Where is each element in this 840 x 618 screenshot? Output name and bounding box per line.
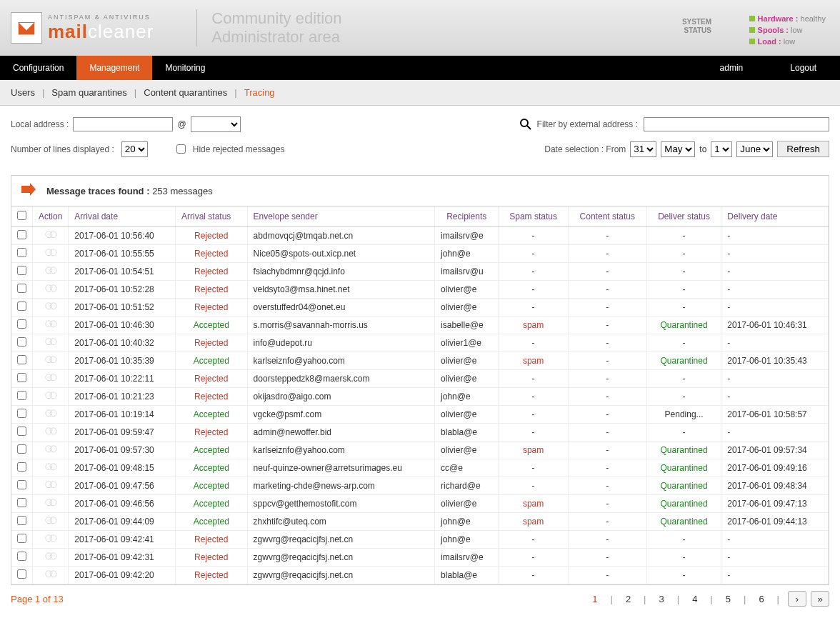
arrival-date: 2017-06-01 10:19:14 <box>69 406 176 424</box>
external-address-input[interactable] <box>644 117 829 131</box>
action-icon[interactable] <box>44 301 57 312</box>
action-icon[interactable] <box>44 355 57 365</box>
delivery-date: - <box>721 334 829 352</box>
page-number[interactable]: 3 <box>655 594 669 604</box>
page-number[interactable]: 1 <box>588 594 601 604</box>
row-checkbox[interactable] <box>17 498 26 507</box>
row-checkbox[interactable] <box>17 248 26 257</box>
action-icon[interactable] <box>44 373 57 383</box>
action-icon[interactable] <box>44 391 57 401</box>
nav-item-management[interactable]: Management <box>76 56 152 80</box>
col-header[interactable]: Recipients <box>435 206 499 227</box>
row-checkbox[interactable] <box>17 284 26 293</box>
row-checkbox[interactable] <box>17 427 26 436</box>
deliver-status: - <box>646 245 721 263</box>
hide-rejected-checkbox[interactable] <box>176 144 186 154</box>
content-status: - <box>568 442 646 459</box>
spam-status: - <box>499 334 569 352</box>
svg-point-15 <box>50 339 56 345</box>
page-number[interactable]: 6 <box>754 594 768 604</box>
action-icon[interactable] <box>44 552 57 562</box>
action-icon[interactable] <box>44 534 57 544</box>
deliver-status: - <box>646 531 721 549</box>
col-header[interactable]: Arrival status <box>176 206 248 227</box>
from-month-select[interactable]: May <box>661 141 695 157</box>
col-header[interactable]: Envelope sender <box>247 206 435 227</box>
page-number[interactable]: 2 <box>621 594 635 604</box>
row-checkbox[interactable] <box>17 391 26 400</box>
svg-point-17 <box>50 357 56 363</box>
action-icon[interactable] <box>44 266 57 276</box>
table-row: 2017-06-01 09:57:30Acceptedkarlseiznfo@y… <box>11 442 829 459</box>
envelope-sender: sppcv@getthemostofit.com <box>247 495 435 513</box>
table-row: 2017-06-01 09:47:56Acceptedmarketing-chd… <box>11 477 829 495</box>
to-day-select[interactable]: 1 <box>711 141 732 157</box>
nav-logout[interactable]: Logout <box>777 56 829 80</box>
page-number[interactable]: 5 <box>721 594 735 604</box>
row-checkbox[interactable] <box>17 462 26 472</box>
page-number[interactable]: 4 <box>688 594 701 604</box>
nav-user[interactable]: admin <box>707 56 756 80</box>
row-checkbox[interactable] <box>17 569 26 579</box>
action-icon[interactable] <box>44 498 57 508</box>
arrival-status: Rejected <box>176 370 248 388</box>
envelope-sender: s.morris@savannah-morris.us <box>247 317 435 334</box>
row-checkbox[interactable] <box>17 301 26 311</box>
nav-item-configuration[interactable]: Configuration <box>0 56 76 80</box>
page-last[interactable]: » <box>811 591 829 607</box>
col-header[interactable]: Deliver status <box>646 206 721 227</box>
row-checkbox[interactable] <box>17 480 26 489</box>
action-icon[interactable] <box>44 230 57 240</box>
to-month-select[interactable]: June <box>736 141 773 157</box>
arrival-date: 2017-06-01 09:42:20 <box>69 567 176 584</box>
subnav-item-content-quarantines[interactable]: Content quarantines <box>144 87 227 98</box>
col-header[interactable]: Delivery date <box>721 206 829 227</box>
refresh-button[interactable]: Refresh <box>777 141 829 157</box>
local-address-input[interactable] <box>73 117 173 131</box>
status-item: Spools : low <box>749 24 826 36</box>
spam-status: - <box>499 227 569 245</box>
select-all-checkbox[interactable] <box>17 211 26 220</box>
subnav-item-spam-quarantines[interactable]: Spam quarantines <box>51 87 127 98</box>
col-header[interactable]: Spam status <box>499 206 569 227</box>
action-icon[interactable] <box>44 516 57 526</box>
arrival-status: Rejected <box>176 299 248 317</box>
spam-status: - <box>499 299 569 317</box>
action-icon[interactable] <box>44 248 57 258</box>
row-checkbox[interactable] <box>17 230 26 239</box>
row-checkbox[interactable] <box>17 373 26 382</box>
col-header[interactable]: Action <box>33 206 69 227</box>
row-checkbox[interactable] <box>17 552 26 561</box>
row-checkbox[interactable] <box>17 266 26 275</box>
action-icon[interactable] <box>44 319 57 329</box>
lines-select[interactable]: 20 <box>121 141 148 157</box>
envelope-sender: veldsyto3@msa.hinet.net <box>247 281 435 299</box>
page-next[interactable]: › <box>788 591 806 607</box>
action-icon[interactable] <box>44 337 57 347</box>
subnav-item-tracing[interactable]: Tracing <box>244 87 275 98</box>
table-row: 2017-06-01 10:54:51Rejectedfsiachybdmnr@… <box>11 263 829 281</box>
row-checkbox[interactable] <box>17 319 26 329</box>
action-icon[interactable] <box>44 444 57 454</box>
action-icon[interactable] <box>44 284 57 294</box>
row-checkbox[interactable] <box>17 444 26 454</box>
found-bar: Message traces found : 253 messages <box>11 175 829 206</box>
action-icon[interactable] <box>44 427 57 437</box>
subnav-item-users[interactable]: Users <box>11 87 35 98</box>
action-icon[interactable] <box>44 569 57 579</box>
row-checkbox[interactable] <box>17 355 26 364</box>
action-icon[interactable] <box>44 462 57 472</box>
domain-select[interactable] <box>191 116 241 132</box>
sub-nav: Users|Spam quarantines|Content quarantin… <box>0 80 840 106</box>
row-checkbox[interactable] <box>17 534 26 543</box>
col-header[interactable]: Content status <box>568 206 646 227</box>
nav-item-monitoring[interactable]: Monitoring <box>152 56 218 80</box>
spam-status: spam <box>499 513 569 531</box>
row-checkbox[interactable] <box>17 516 26 525</box>
row-checkbox[interactable] <box>17 409 26 418</box>
from-day-select[interactable]: 31 <box>630 141 656 157</box>
row-checkbox[interactable] <box>17 337 26 347</box>
col-header[interactable]: Arrival date <box>69 206 176 227</box>
action-icon[interactable] <box>44 409 57 419</box>
action-icon[interactable] <box>44 480 57 490</box>
